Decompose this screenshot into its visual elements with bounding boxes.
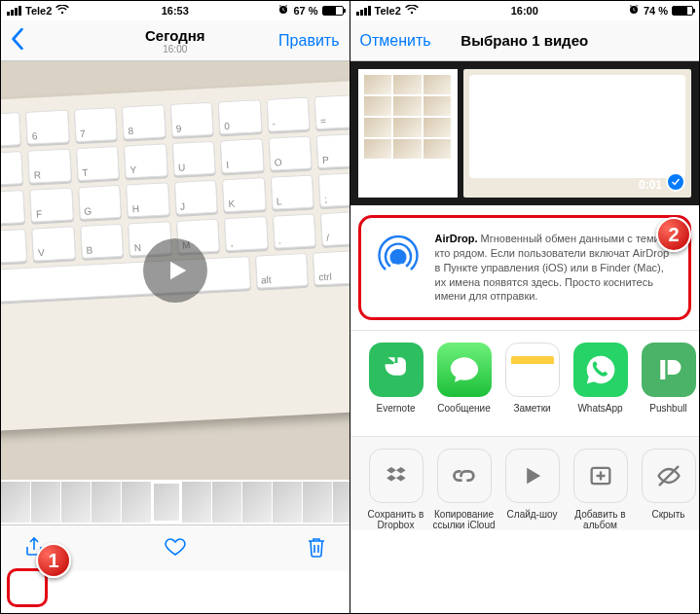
video-duration: 0:01 <box>639 178 662 192</box>
carrier-label: Tele2 <box>25 5 52 17</box>
signal-icon <box>7 6 21 16</box>
share-apps-row: Evernote Сообщение Заметки WhatsApp <box>350 330 700 437</box>
step-badge-1: 1 <box>36 543 71 578</box>
hide-icon <box>655 462 682 489</box>
play-icon <box>164 257 191 284</box>
step-badge-2: 2 <box>656 217 691 252</box>
airdrop-text: AirDrop. Мгновенный обмен данными с теми… <box>435 232 678 304</box>
airdrop-panel[interactable]: AirDrop. Мгновенный обмен данными с теми… <box>358 215 692 320</box>
share-app-messages[interactable]: Сообщение <box>430 343 498 424</box>
whatsapp-icon <box>573 343 628 397</box>
dropbox-icon <box>383 462 410 489</box>
delete-button[interactable] <box>305 535 328 562</box>
signal-icon <box>356 6 371 16</box>
battery-icon <box>672 6 693 16</box>
link-icon <box>451 462 478 489</box>
play-button[interactable] <box>143 238 207 303</box>
clock: 16:53 <box>162 5 189 17</box>
video-preview[interactable]: 567890-= ERTYUIOP DFGHJKL; CVBNM,./ altc… <box>1 61 350 480</box>
wifi-icon <box>405 5 419 17</box>
play-icon <box>519 462 546 489</box>
airdrop-icon <box>373 232 424 282</box>
screenshot-left: Tele2 16:53 67 % Сегодня 16:00 <box>1 1 350 613</box>
carrier-label: Tele2 <box>375 5 401 17</box>
battery-icon <box>322 6 344 16</box>
thumb-library[interactable] <box>358 69 458 198</box>
nav-bar: Сегодня 16:00 Править <box>1 20 350 61</box>
thumbnail-strip[interactable] <box>1 480 350 524</box>
share-app-whatsapp[interactable]: WhatsApp <box>567 343 635 424</box>
alarm-icon <box>277 4 289 18</box>
clock: 16:00 <box>511 5 538 17</box>
favorite-button[interactable] <box>164 535 187 562</box>
action-slideshow[interactable]: Слайд-шоу <box>498 449 567 530</box>
pushbullet-icon <box>642 343 696 397</box>
notes-icon <box>505 343 560 397</box>
back-button[interactable] <box>11 28 24 54</box>
share-actions-row: Сохранить в Dropbox Копирование ссылки i… <box>350 437 700 530</box>
wifi-icon <box>55 5 69 17</box>
selected-check-icon <box>666 172 685 192</box>
status-bar: Tele2 16:00 74 % <box>350 1 700 20</box>
edit-button[interactable]: Править <box>278 32 339 50</box>
action-dropbox[interactable]: Сохранить в Dropbox <box>362 449 430 530</box>
share-thumbnails: 0:01 <box>350 61 700 205</box>
heart-icon <box>164 535 187 559</box>
battery-pct: 67 % <box>293 5 317 17</box>
share-app-pushbullet[interactable]: Pushbull <box>635 343 700 424</box>
evernote-icon <box>369 343 424 397</box>
action-icloud-link[interactable]: Копирование ссылки iCloud <box>430 449 498 530</box>
cancel-button[interactable]: Отменить <box>360 32 431 50</box>
battery-pct: 74 % <box>644 5 668 17</box>
status-bar: Tele2 16:53 67 % <box>1 1 350 20</box>
thumb-selected-video[interactable]: 0:01 <box>463 69 692 198</box>
action-hide[interactable]: Скрыть <box>635 449 700 530</box>
share-app-evernote[interactable]: Evernote <box>362 343 430 424</box>
screenshot-right: Tele2 16:00 74 % Отменить Выбрано 1 виде… <box>350 1 700 613</box>
chevron-left-icon <box>11 28 24 50</box>
nav-bar: Отменить Выбрано 1 видео <box>350 20 700 61</box>
share-app-notes[interactable]: Заметки <box>498 343 567 424</box>
alarm-icon <box>628 4 640 18</box>
action-add-album[interactable]: Добавить в альбом <box>567 449 635 530</box>
message-icon <box>437 343 492 397</box>
trash-icon <box>305 535 328 559</box>
add-album-icon <box>587 462 614 489</box>
